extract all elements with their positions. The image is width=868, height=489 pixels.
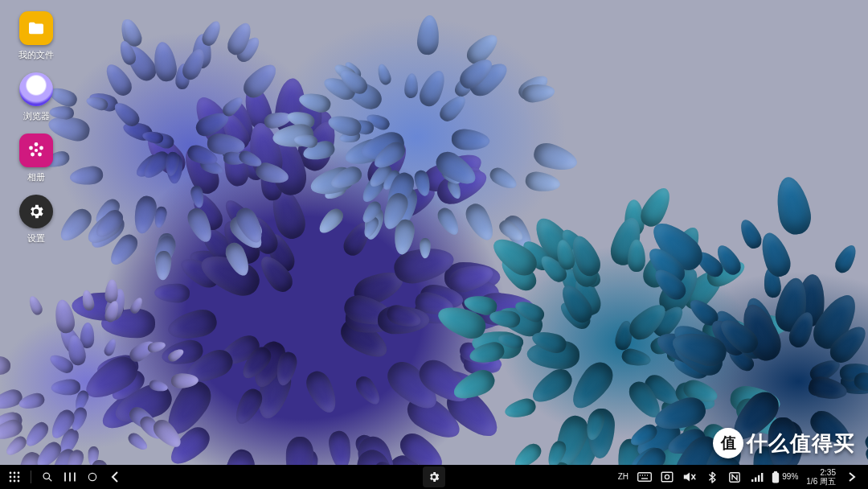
bluetooth-icon[interactable] <box>702 467 722 487</box>
battery-text: 99% <box>782 473 798 481</box>
svg-point-8 <box>18 472 20 475</box>
svg-rect-34 <box>758 475 760 482</box>
desktop-icon-my-files[interactable]: 我的文件 <box>8 11 64 61</box>
gallery-icon <box>19 134 53 167</box>
desktop-icon-browser[interactable]: 浏览器 <box>8 72 64 122</box>
svg-point-5 <box>35 149 38 152</box>
svg-point-7 <box>14 472 16 475</box>
svg-rect-27 <box>661 472 673 482</box>
taskbar-divider <box>31 471 31 483</box>
svg-point-12 <box>10 480 12 483</box>
time-text: 2:35 <box>821 469 836 477</box>
battery-indicator[interactable]: 99% <box>770 467 800 487</box>
desktop-icon-label: 相册 <box>27 171 45 183</box>
svg-point-1 <box>39 146 43 150</box>
watermark-badge: 值 <box>713 428 743 458</box>
screenshot-button[interactable] <box>657 467 677 487</box>
nfc-icon[interactable] <box>725 467 744 487</box>
svg-rect-35 <box>761 473 763 482</box>
home-button[interactable] <box>83 467 102 487</box>
svg-rect-33 <box>755 478 756 483</box>
running-app-settings[interactable] <box>423 466 445 487</box>
svg-rect-21 <box>638 473 652 482</box>
clock[interactable]: 2:35 1/6 周五 <box>803 469 839 486</box>
desktop: 我的文件 浏览器 相册 设置 <box>0 0 868 465</box>
svg-point-28 <box>665 475 669 479</box>
svg-rect-37 <box>775 471 777 473</box>
watermark-text: 什么值得买 <box>747 429 855 458</box>
svg-point-10 <box>14 476 16 479</box>
folder-icon <box>19 11 53 45</box>
desktop-icon-label: 浏览器 <box>23 110 50 122</box>
notifications-button[interactable] <box>842 467 862 487</box>
svg-point-6 <box>10 472 12 475</box>
search-button[interactable] <box>38 467 57 487</box>
svg-point-0 <box>35 142 39 146</box>
back-button[interactable] <box>105 467 125 487</box>
settings-icon <box>19 195 53 228</box>
browser-icon <box>19 72 53 106</box>
svg-point-4 <box>29 146 33 150</box>
svg-point-11 <box>18 476 20 479</box>
desktop-icon-gallery[interactable]: 相册 <box>8 134 64 183</box>
desktop-icon-label: 设置 <box>27 232 45 244</box>
svg-point-2 <box>38 153 42 157</box>
signal-icon[interactable] <box>747 467 767 487</box>
taskbar: ZH 99% 2:35 1/6 周五 <box>0 465 868 489</box>
recents-button[interactable] <box>60 467 80 487</box>
svg-point-9 <box>10 476 12 479</box>
ime-indicator[interactable]: ZH <box>614 467 632 487</box>
desktop-icon-label: 我的文件 <box>18 49 54 61</box>
svg-point-3 <box>31 153 35 157</box>
svg-point-14 <box>18 480 20 483</box>
svg-point-15 <box>43 473 50 479</box>
app-drawer-button[interactable] <box>5 467 24 487</box>
volume-muted-icon[interactable] <box>680 467 699 487</box>
svg-point-13 <box>14 480 16 483</box>
desktop-icon-settings[interactable]: 设置 <box>8 195 64 244</box>
keyboard-button[interactable] <box>635 467 654 487</box>
date-text: 1/6 周五 <box>806 478 836 486</box>
svg-rect-32 <box>751 479 753 482</box>
svg-rect-36 <box>773 473 779 483</box>
watermark: 值 什么值得买 <box>713 428 855 458</box>
svg-point-20 <box>88 473 96 480</box>
svg-line-16 <box>49 479 51 481</box>
